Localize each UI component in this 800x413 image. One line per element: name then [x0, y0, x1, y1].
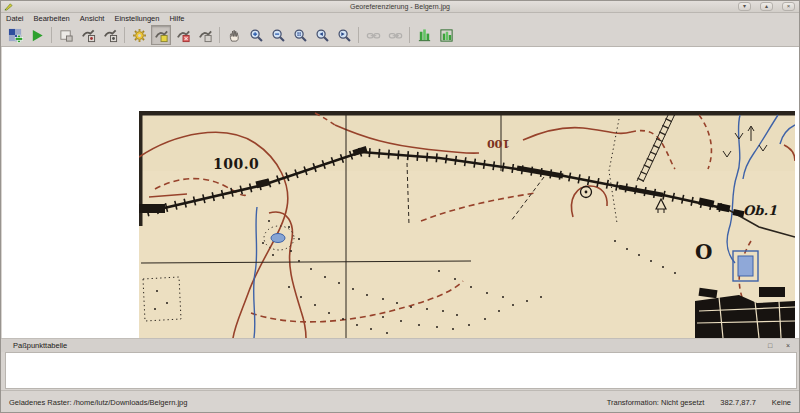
title-bar: Georeferenzierung - Belgern.jpg ▾ ▴ ×	[1, 1, 799, 13]
add-point-button[interactable]	[151, 25, 171, 45]
zoom-to-layer-button[interactable]	[290, 25, 310, 45]
toolbar-separator	[219, 27, 220, 43]
pan-hand-icon	[227, 28, 242, 43]
panel-float-button[interactable]: □	[765, 341, 775, 351]
add-point-icon	[154, 28, 169, 43]
full-histogram-stretch-icon	[417, 28, 432, 43]
close-button[interactable]: ×	[782, 2, 795, 11]
toolbar-separator	[358, 27, 359, 43]
georeferencer-window: Georeferenzierung - Belgern.jpg ▾ ▴ × Da…	[0, 0, 800, 413]
local-histogram-stretch-icon	[439, 28, 454, 43]
start-georeferencing-icon	[30, 28, 45, 43]
zoom-to-layer-icon	[293, 28, 308, 43]
transformation-settings-button[interactable]	[129, 25, 149, 45]
link-georeferencer-to-qgis-button[interactable]	[363, 25, 383, 45]
gcp-table	[5, 352, 797, 389]
link-georeferencer-to-qgis-icon	[366, 28, 381, 43]
panel-close-button[interactable]: ×	[783, 341, 793, 351]
gcp-panel-header: Paßpunkttabelle □ ×	[1, 338, 799, 352]
elevation-label: 100.0	[213, 156, 259, 172]
open-raster-button[interactable]	[5, 25, 25, 45]
toolbar	[1, 24, 799, 47]
toolbar-separator	[51, 27, 52, 43]
zoom-out-icon	[271, 28, 286, 43]
link-qgis-to-georeferencer-icon	[388, 28, 403, 43]
zoom-last-button[interactable]	[312, 25, 332, 45]
scanned-map: 100.0 100 Ob.1 O	[139, 111, 795, 338]
start-georeferencing-button[interactable]	[27, 25, 47, 45]
menu-ansicht[interactable]: Ansicht	[75, 14, 110, 23]
local-histogram-stretch-button[interactable]	[436, 25, 456, 45]
coordinate-display: 382.7,87.7	[720, 398, 755, 407]
loaded-raster-status: Geladenes Raster: /home/lutz/Downloads/B…	[9, 398, 607, 407]
zoom-in-icon	[249, 28, 264, 43]
raster-map-image[interactable]: 100.0 100 Ob.1 O	[139, 111, 795, 338]
gcp-panel-title: Paßpunkttabelle	[13, 341, 67, 350]
pan-button[interactable]	[224, 25, 244, 45]
open-raster-icon	[8, 28, 23, 43]
status-bar: Geladenes Raster: /home/lutz/Downloads/B…	[1, 390, 799, 413]
zoom-last-icon	[315, 28, 330, 43]
place-label: Ob.1	[743, 203, 777, 218]
save-gcp-points-button[interactable]	[100, 25, 120, 45]
link-qgis-to-georeferencer-button[interactable]	[385, 25, 405, 45]
move-point-icon	[198, 28, 213, 43]
zoom-next-button[interactable]	[334, 25, 354, 45]
zoom-in-button[interactable]	[246, 25, 266, 45]
transformation-status: Transformation: Nicht gesetzt	[607, 398, 705, 407]
maximize-button[interactable]: ▴	[760, 2, 773, 11]
save-gcp-points-icon	[103, 28, 118, 43]
move-point-button[interactable]	[195, 25, 215, 45]
menu-einstellungen[interactable]: Einstellungen	[109, 14, 164, 23]
minimize-button[interactable]: ▾	[738, 2, 751, 11]
transformation-settings-icon	[132, 28, 147, 43]
delete-point-icon	[176, 28, 191, 43]
generate-gdal-script-button[interactable]	[56, 25, 76, 45]
menu-hilfe[interactable]: Hilfe	[164, 14, 189, 23]
delete-point-button[interactable]	[173, 25, 193, 45]
zoom-next-icon	[337, 28, 352, 43]
place-initial-label: O	[695, 240, 712, 264]
menu-datei[interactable]: Datei	[1, 14, 29, 23]
full-histogram-stretch-button[interactable]	[414, 25, 434, 45]
scale-display: Keine	[772, 398, 791, 407]
menu-bearbeiten[interactable]: Bearbeiten	[29, 14, 75, 23]
georeferencer-canvas[interactable]: 100.0 100 Ob.1 O	[2, 47, 799, 338]
toolbar-separator	[124, 27, 125, 43]
load-gcp-points-icon	[81, 28, 96, 43]
load-gcp-points-button[interactable]	[78, 25, 98, 45]
gdal-script-icon	[59, 28, 74, 43]
menu-bar: Datei Bearbeiten Ansicht Einstellungen H…	[1, 13, 799, 24]
toolbar-separator	[409, 27, 410, 43]
zoom-out-button[interactable]	[268, 25, 288, 45]
window-title: Georeferenzierung - Belgern.jpg	[1, 3, 799, 10]
contour-label: 100	[487, 137, 510, 150]
